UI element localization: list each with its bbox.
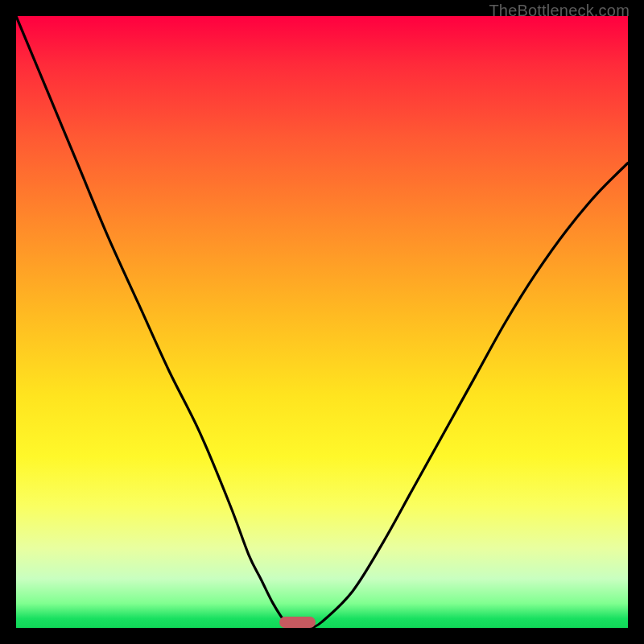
optimal-marker bbox=[279, 617, 316, 628]
bottleneck-curve bbox=[16, 16, 628, 628]
chart-frame: TheBottleneck.com bbox=[0, 0, 644, 644]
plot-area bbox=[16, 16, 628, 628]
